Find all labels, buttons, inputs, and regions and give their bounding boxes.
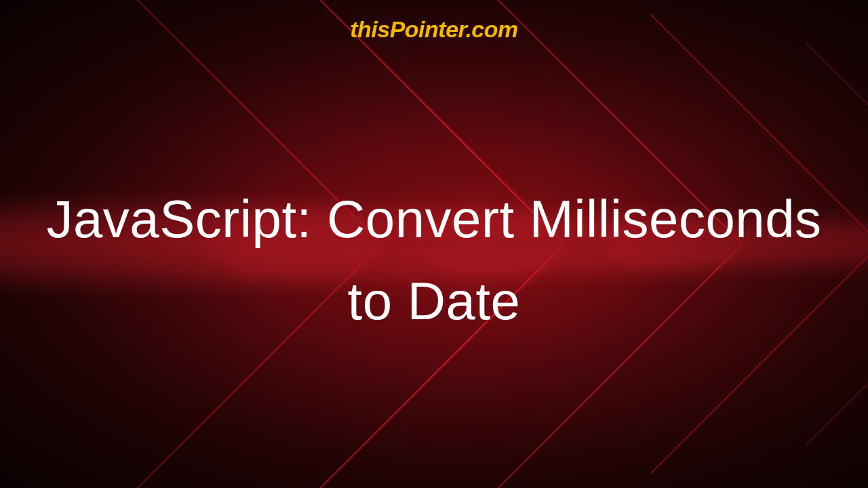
article-title: JavaScript: Convert Milliseconds to Date xyxy=(43,178,825,342)
brand-logo: thisPointer.com xyxy=(350,16,518,43)
